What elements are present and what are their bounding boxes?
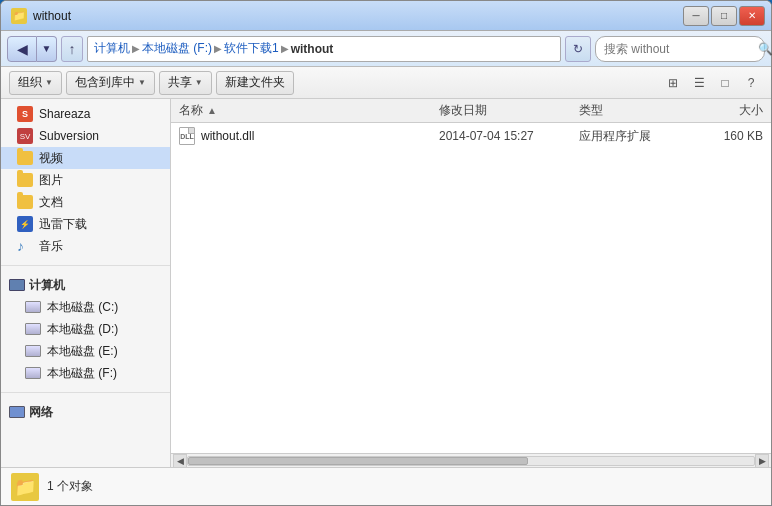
col-name-header[interactable]: 名称 ▲ (179, 102, 439, 119)
title-bar: 📁 without ─ □ ✕ (1, 1, 771, 31)
new-folder-button[interactable]: 新建文件夹 (216, 71, 294, 95)
title-bar-left: 📁 without (11, 8, 71, 24)
col-size-header[interactable]: 大小 (709, 102, 763, 119)
main-area: S Shareaza SV Subversion 视频 (1, 99, 771, 467)
sort-arrow-icon: ▲ (207, 105, 217, 116)
horizontal-scrollbar[interactable]: ◀ ▶ (171, 453, 771, 467)
refresh-button[interactable]: ↻ (565, 36, 591, 62)
sidebar-item-drive-f[interactable]: 本地磁盘 (F:) (1, 362, 170, 384)
sidebar-network-section: 网络 (1, 397, 170, 427)
sidebar: S Shareaza SV Subversion 视频 (1, 99, 171, 467)
view-buttons: ⊞ ☰ □ ? (661, 71, 763, 95)
back-button[interactable]: ◀ (7, 36, 37, 62)
help-button[interactable]: ? (739, 71, 763, 95)
breadcrumb-sep-1: ▶ (132, 43, 140, 54)
col-date-header[interactable]: 修改日期 (439, 102, 579, 119)
network-icon (9, 406, 25, 418)
drive-f-icon (25, 365, 41, 381)
sidebar-item-drive-e[interactable]: 本地磁盘 (E:) (1, 340, 170, 362)
title-controls: ─ □ ✕ (683, 6, 765, 26)
nav-group: ◀ ▼ (7, 36, 57, 62)
thumbnail-view-button[interactable]: ⊞ (661, 71, 685, 95)
sidebar-computer-section: 计算机 本地磁盘 (C:) 本地磁盘 (D:) (1, 270, 170, 388)
main-window: 📁 without ─ □ ✕ ◀ ▼ ↑ 计算机 ▶ 本地磁盘 (F:) ▶ … (0, 0, 772, 506)
share-button[interactable]: 共享 ▼ (159, 71, 212, 95)
sidebar-item-subversion[interactable]: SV Subversion (1, 125, 170, 147)
music-icon: ♪ (17, 238, 33, 254)
organize-button[interactable]: 组织 ▼ (9, 71, 62, 95)
scroll-track[interactable] (187, 456, 755, 466)
scroll-thumb[interactable] (188, 457, 528, 465)
sidebar-divider-1 (1, 265, 170, 266)
list-view-button[interactable]: ☰ (687, 71, 711, 95)
sidebar-item-drive-d[interactable]: 本地磁盘 (D:) (1, 318, 170, 340)
col-type-header[interactable]: 类型 (579, 102, 709, 119)
breadcrumb-item-drive[interactable]: 本地磁盘 (F:) (142, 40, 212, 57)
search-icon[interactable]: 🔍 (758, 42, 772, 56)
sidebar-item-videos[interactable]: 视频 (1, 147, 170, 169)
sidebar-computer-header[interactable]: 计算机 (1, 274, 170, 296)
folder-documents-icon (17, 194, 33, 210)
breadcrumb-item-software[interactable]: 软件下载1 (224, 40, 279, 57)
drive-d-icon (25, 321, 41, 337)
xunlei-icon: ⚡ (17, 216, 33, 232)
sidebar-item-pictures[interactable]: 图片 (1, 169, 170, 191)
window-title: without (33, 9, 71, 23)
sidebar-item-drive-c[interactable]: 本地磁盘 (C:) (1, 296, 170, 318)
maximize-button[interactable]: □ (711, 6, 737, 26)
status-bar: 📁 1 个对象 (1, 467, 771, 505)
column-headers: 名称 ▲ 修改日期 类型 大小 (171, 99, 771, 123)
library-arrow: ▼ (138, 78, 146, 87)
sidebar-network-header[interactable]: 网络 (1, 401, 170, 423)
file-list: DLL without.dll 2014-07-04 15:27 应用程序扩展 … (171, 123, 771, 453)
sidebar-favorites: S Shareaza SV Subversion 视频 (1, 99, 170, 261)
address-bar: ◀ ▼ ↑ 计算机 ▶ 本地磁盘 (F:) ▶ 软件下载1 ▶ without … (1, 31, 771, 67)
minimize-button[interactable]: ─ (683, 6, 709, 26)
scroll-right-button[interactable]: ▶ (755, 454, 769, 468)
include-library-button[interactable]: 包含到库中 ▼ (66, 71, 155, 95)
forward-button[interactable]: ▼ (37, 36, 57, 62)
file-name-cell: DLL without.dll (179, 128, 439, 144)
detail-view-button[interactable]: □ (713, 71, 737, 95)
sidebar-divider-2 (1, 392, 170, 393)
search-input[interactable] (604, 42, 754, 56)
breadcrumb-item-computer[interactable]: 计算机 (94, 40, 130, 57)
window-icon: 📁 (11, 8, 27, 24)
sidebar-item-shareaza[interactable]: S Shareaza (1, 103, 170, 125)
sidebar-item-documents[interactable]: 文档 (1, 191, 170, 213)
breadcrumb-sep-2: ▶ (214, 43, 222, 54)
drive-c-icon (25, 299, 41, 315)
sidebar-item-music[interactable]: ♪ 音乐 (1, 235, 170, 257)
folder-video-icon (17, 150, 33, 166)
file-size-cell: 160 KB (709, 129, 763, 143)
dll-file-icon: DLL (179, 128, 195, 144)
organize-arrow: ▼ (45, 78, 53, 87)
sidebar-item-xunlei[interactable]: ⚡ 迅雷下载 (1, 213, 170, 235)
share-arrow: ▼ (195, 78, 203, 87)
file-date-cell: 2014-07-04 15:27 (439, 129, 579, 143)
toolbar: 组织 ▼ 包含到库中 ▼ 共享 ▼ 新建文件夹 ⊞ ☰ □ ? (1, 67, 771, 99)
table-row[interactable]: DLL without.dll 2014-07-04 15:27 应用程序扩展 … (171, 123, 771, 149)
scroll-left-button[interactable]: ◀ (173, 454, 187, 468)
subversion-icon: SV (17, 128, 33, 144)
close-button[interactable]: ✕ (739, 6, 765, 26)
status-text: 1 个对象 (47, 478, 93, 495)
computer-icon (9, 279, 25, 291)
breadcrumb-item-current: without (291, 42, 334, 56)
shareaza-icon: S (17, 106, 33, 122)
up-button[interactable]: ↑ (61, 36, 83, 62)
breadcrumb[interactable]: 计算机 ▶ 本地磁盘 (F:) ▶ 软件下载1 ▶ without (87, 36, 561, 62)
status-folder-icon: 📁 (11, 473, 39, 501)
drive-e-icon (25, 343, 41, 359)
file-area: 名称 ▲ 修改日期 类型 大小 DLL (171, 99, 771, 467)
folder-pictures-icon (17, 172, 33, 188)
file-type-cell: 应用程序扩展 (579, 128, 709, 145)
search-bar: 🔍 (595, 36, 765, 62)
breadcrumb-sep-3: ▶ (281, 43, 289, 54)
